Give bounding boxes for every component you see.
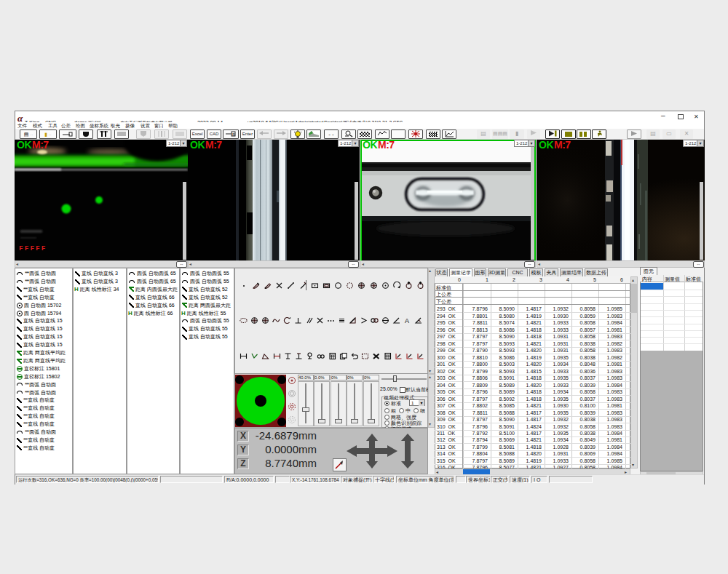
svg-text:B: B (232, 132, 235, 137)
svg-text:A: A (405, 317, 409, 324)
